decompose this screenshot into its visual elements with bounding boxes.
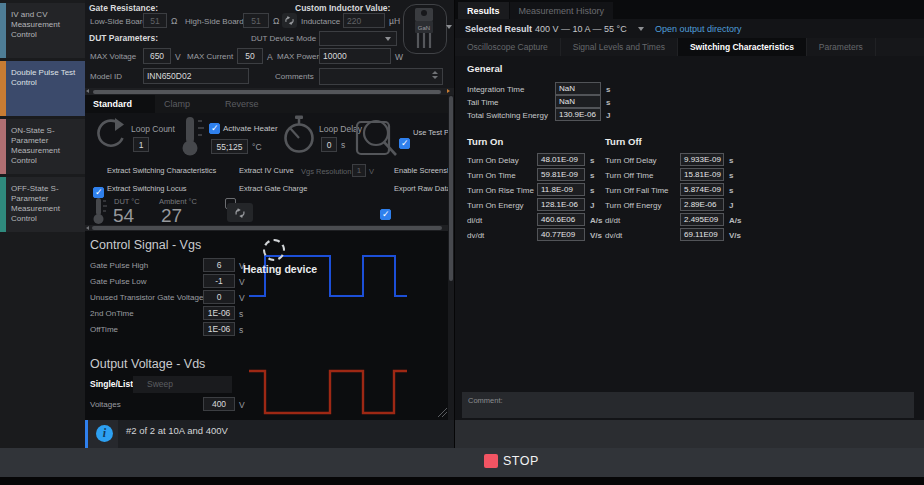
vds-waveform — [245, 364, 410, 420]
use-test-pulse-checkbox[interactable] — [399, 138, 410, 149]
sidebar-item-double-pulse-test[interactable]: Double Pulse Test Control — [0, 61, 85, 116]
sidebar-item-on-state-sparam[interactable]: ON-State S-Parameter Measurement Control — [0, 119, 85, 174]
tab-results[interactable]: Results — [458, 2, 509, 19]
comments-stepper[interactable] — [432, 71, 438, 79]
turn-off-didt-value[interactable]: 2.495E09 — [680, 213, 724, 226]
stop-button[interactable]: STOP — [484, 454, 539, 468]
loop-delay-input[interactable]: 0 — [321, 137, 337, 152]
second-ontime-input[interactable]: 1E-06 — [203, 306, 235, 320]
device-mode-select[interactable] — [319, 31, 397, 46]
turn-on-delay-label: Turn On Delay — [467, 156, 519, 165]
comment-box[interactable]: Comment: — [462, 392, 914, 418]
vgs-resolution-input[interactable]: 1 — [352, 164, 366, 177]
tab-standard[interactable]: Standard — [85, 95, 155, 113]
scroll-right-arrow[interactable] — [447, 89, 450, 93]
max-voltage-label: MAX Voltage — [90, 52, 136, 61]
refresh-temperature-button[interactable] — [227, 203, 253, 222]
comment-label: Comment: — [468, 396, 503, 405]
turn-on-section-title: Turn On — [467, 136, 503, 147]
turn-on-time-value[interactable]: 59.81E-09 — [537, 168, 585, 181]
horizontal-scrollbar[interactable] — [85, 88, 454, 95]
model-id-input[interactable]: INN650D02 — [143, 68, 249, 84]
unused-gate-voltage-label: Unused Transistor Gate Voltage — [90, 293, 203, 302]
comments-input[interactable] — [319, 68, 443, 85]
enable-screenshots-checkbox[interactable] — [380, 209, 391, 220]
seconds-unit: s — [341, 140, 345, 150]
selected-result-dropdown[interactable]: 400 V — 10 A — 55 °C — [535, 24, 627, 34]
total-switching-energy-value[interactable]: 130.9E-06 — [555, 108, 601, 121]
unit: J — [606, 111, 610, 120]
subtab-signal-levels-times[interactable]: Signal Levels and Times — [561, 38, 678, 56]
max-power-input[interactable]: 10000 — [319, 48, 391, 64]
refresh-icon — [234, 207, 246, 219]
dpt-config-form: Gate Resistance: Custom Inductor Value: … — [85, 0, 454, 88]
low-side-board-input[interactable]: 51 — [143, 13, 167, 28]
max-current-input[interactable]: 50 — [237, 48, 263, 64]
unused-gate-voltage-input[interactable]: 0 — [203, 290, 235, 304]
tab-single-list[interactable]: Single/List — [90, 379, 133, 389]
activate-heater-checkbox[interactable] — [209, 123, 220, 134]
vertical-scrollbar[interactable] — [448, 95, 454, 420]
second-ontime-label: 2nd OnTime — [90, 309, 134, 318]
scroll-left-arrow[interactable] — [86, 226, 89, 230]
extract-gate-charge-label: Extract Gate Charge — [239, 184, 307, 193]
gate-pulse-low-label: Gate Pulse Low — [90, 277, 146, 286]
offtime-label: OffTime — [90, 325, 118, 334]
package-chevron-down-icon[interactable] — [446, 25, 452, 29]
stepper-up-icon — [432, 71, 438, 74]
loop-icon — [93, 117, 127, 155]
resize-handle[interactable] — [438, 408, 447, 417]
tab-measurement-history[interactable]: Measurement History — [510, 2, 614, 19]
scrollbar-thumb[interactable] — [93, 90, 441, 94]
device-package-selector[interactable]: GaN — [403, 4, 447, 54]
max-voltage-input[interactable]: 650 — [143, 48, 171, 64]
turn-off-time-value[interactable]: 15.81E-09 — [680, 168, 724, 181]
sidebar-item-off-state-sparam[interactable]: OFF-State S-Parameter Measurement Contro… — [0, 177, 85, 232]
tab-reverse[interactable]: Reverse — [217, 95, 283, 113]
subtab-switching-characteristics[interactable]: Switching Characteristics — [678, 38, 807, 56]
turn-off-delay-value[interactable]: 9.933E-09 — [680, 153, 724, 166]
unit: s — [239, 309, 243, 319]
transistor-package-icon: GaN — [404, 5, 444, 51]
sidebar-item-iv-cv[interactable]: IV and CV Measurement Control — [0, 3, 85, 58]
tail-time-value[interactable]: NaN — [555, 95, 601, 108]
turn-on-rise-time-label: Turn On Rise Time — [467, 186, 534, 195]
subtab-oscilloscope-capture[interactable]: Oscilloscope Capture — [455, 38, 561, 56]
turn-on-didt-value[interactable]: 460.6E06 — [537, 213, 585, 226]
scrollbar-thumb[interactable] — [92, 226, 442, 230]
chevron-down-icon[interactable] — [638, 27, 644, 31]
tab-sweep[interactable]: Sweep — [133, 376, 232, 393]
test-pulse-icon — [355, 114, 399, 158]
offtime-input[interactable]: 1E-06 — [203, 322, 235, 336]
gate-pulse-high-input[interactable]: 6 — [203, 258, 235, 272]
subtab-parameters[interactable]: Parameters — [807, 38, 876, 56]
turn-on-rise-time-value[interactable]: 11.8E-09 — [537, 183, 585, 196]
loop-count-input[interactable]: 1 — [133, 137, 149, 152]
accent-bar — [0, 61, 6, 116]
tab-clamp[interactable]: Clamp — [156, 95, 216, 113]
turn-off-fall-time-label: Turn Off Fall Time — [605, 186, 669, 195]
inductance-input[interactable]: 220 — [343, 13, 385, 28]
turn-off-energy-value[interactable]: 2.89E-06 — [680, 198, 724, 211]
heater-temp-input[interactable]: 55;125 — [211, 139, 248, 154]
unit: s — [590, 156, 594, 165]
turn-on-delay-value[interactable]: 48.01E-09 — [537, 153, 585, 166]
refresh-resistance-button[interactable] — [282, 13, 297, 28]
results-panel: Results Measurement History Selected Res… — [455, 0, 924, 420]
gate-resistance-title: Gate Resistance: — [89, 3, 158, 13]
open-output-directory-link[interactable]: Open output directory — [655, 24, 742, 34]
turn-off-fall-time-value[interactable]: 5.874E-09 — [680, 183, 724, 196]
voltages-input[interactable]: 400 — [203, 397, 235, 411]
results-tab-bar: Results Measurement History — [455, 0, 924, 19]
bottom-edge — [0, 477, 924, 485]
integration-time-value[interactable]: NaN — [555, 82, 601, 95]
scroll-left-arrow[interactable] — [86, 89, 89, 93]
turn-off-dvdt-value[interactable]: 69.11E09 — [680, 228, 724, 241]
turn-on-dvdt-value[interactable]: 40.77E09 — [537, 228, 585, 241]
scrollbar-thumb[interactable] — [449, 96, 453, 281]
turn-on-energy-value[interactable]: 128.1E-06 — [537, 198, 585, 211]
high-side-board-input[interactable]: 51 — [243, 13, 269, 28]
gate-pulse-low-input[interactable]: -1 — [203, 274, 235, 288]
general-section-title: General — [467, 63, 502, 74]
extract-switching-characteristics-label: Extract Switching Characteristics — [107, 166, 216, 175]
